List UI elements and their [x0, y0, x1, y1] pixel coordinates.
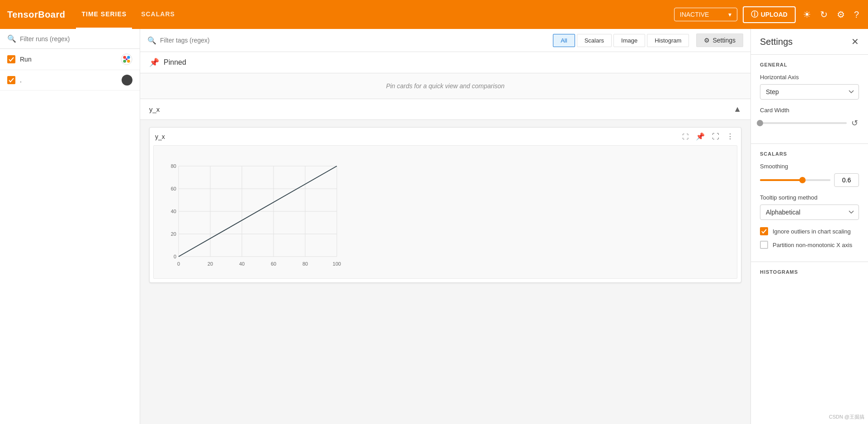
chart-card-header: y_x ⛶ 📌 ⛶ ⋮ — [150, 128, 741, 145]
dropdown-arrow-icon: ▾ — [728, 11, 731, 18]
card-width-row: ↺ — [760, 117, 859, 129]
ignore-outliers-checkbox[interactable] — [760, 227, 768, 235]
ignore-outliers-row[interactable]: Ignore outliers in chart scaling — [760, 227, 859, 235]
svg-text:60: 60 — [171, 186, 176, 191]
main-layout: 🔍 Run — [0, 29, 868, 424]
svg-text:20: 20 — [171, 231, 176, 237]
brightness-icon-button[interactable]: ☀ — [801, 7, 813, 22]
nav-tabs: TIME SERIES SCALARS — [76, 0, 180, 29]
run-checkbox-2[interactable] — [7, 76, 15, 84]
chart-svg: 0 20 40 60 80 0 20 40 60 — [154, 146, 348, 277]
run-item-2: . — [0, 70, 140, 91]
smoothing-label: Smoothing — [760, 163, 859, 170]
svg-point-3 — [123, 60, 126, 63]
filter-tabs: All Scalars Image Histogram — [553, 34, 689, 47]
card-width-label: Card Width — [760, 107, 859, 114]
horizontal-axis-label: Horizontal Axis — [760, 74, 859, 81]
fullscreen-chart-icon-button[interactable]: ⛶ — [710, 132, 721, 142]
tooltip-sorting-field: Tooltip sorting method Alphabetical Asce… — [760, 194, 859, 220]
svg-point-1 — [123, 56, 126, 59]
nav-tab-scalars[interactable]: SCALARS — [136, 0, 180, 29]
expand-chart-icon-button[interactable]: ⛶ — [680, 132, 690, 141]
svg-point-5 — [126, 58, 127, 60]
svg-text:0: 0 — [177, 261, 180, 267]
smoothing-thumb — [799, 177, 806, 183]
search-icon: 🔍 — [7, 34, 16, 43]
tag-section-header-yx[interactable]: y_x ▲ — [140, 99, 750, 120]
smoothing-row: 0.6 — [760, 173, 859, 187]
chart-card-title: y_x — [155, 133, 165, 140]
topnav-right: INACTIVE ▾ ⓘ UPLOAD ☀ ↻ ⚙ ? — [674, 6, 861, 23]
settings-panel-toggle-button[interactable]: ⚙ Settings — [696, 33, 743, 47]
run-checkbox-1[interactable] — [7, 55, 15, 63]
tag-section-title-yx: y_x — [149, 105, 160, 113]
settings-panel: Settings ✕ GENERAL Horizontal Axis Step … — [750, 29, 868, 424]
chart-svg-container: 0 20 40 60 80 0 20 40 60 — [153, 145, 737, 279]
tags-search-icon: 🔍 — [147, 36, 156, 45]
scroll-content: 📌 Pinned Pin cards for a quick view and … — [140, 52, 750, 424]
filter-tab-all[interactable]: All — [553, 34, 575, 47]
settings-close-button[interactable]: ✕ — [851, 36, 859, 47]
refresh-icon-button[interactable]: ↻ — [818, 7, 830, 22]
smoothing-field: Smoothing 0.6 — [760, 163, 859, 187]
horizontal-axis-select[interactable]: Step Relative Wall — [760, 84, 859, 100]
smoothing-fill — [760, 179, 802, 181]
run-item-1: Run — [0, 49, 140, 70]
partition-nonmonotonic-row[interactable]: Partition non-monotonic X axis — [760, 241, 859, 249]
pinned-title: Pinned — [164, 58, 186, 67]
more-options-icon-button[interactable]: ⋮ — [725, 131, 736, 142]
smoothing-slider-container — [760, 176, 830, 185]
svg-text:0: 0 — [174, 254, 176, 259]
svg-text:60: 60 — [271, 261, 276, 267]
filter-tab-scalars[interactable]: Scalars — [577, 34, 612, 47]
upload-info-icon: ⓘ — [751, 10, 758, 19]
runs-search-input[interactable] — [20, 35, 132, 43]
nav-tab-timeseries[interactable]: TIME SERIES — [76, 0, 132, 29]
card-width-field: Card Width ↺ — [760, 107, 859, 129]
tags-search-container: 🔍 — [147, 36, 546, 45]
settings-scalars-section: SCALARS Smoothing 0.6 Tooltip sorting me… — [751, 144, 868, 262]
pin-icon: 📌 — [149, 57, 159, 67]
tooltip-sorting-label: Tooltip sorting method — [760, 194, 859, 201]
upload-button[interactable]: ⓘ UPLOAD — [743, 6, 796, 23]
filter-tab-histogram[interactable]: Histogram — [647, 34, 689, 47]
checkmark-icon — [9, 57, 14, 62]
settings-icon-button[interactable]: ⚙ — [835, 7, 847, 22]
settings-histograms-title: HISTOGRAMS — [760, 269, 859, 275]
status-dropdown[interactable]: INACTIVE ▾ — [674, 8, 737, 21]
partition-nonmonotonic-checkbox[interactable] — [760, 241, 768, 249]
settings-scalars-title: SCALARS — [760, 151, 859, 157]
run-color-dot-2[interactable] — [122, 75, 132, 86]
settings-panel-title: Settings — [760, 37, 793, 47]
settings-general-section: GENERAL Horizontal Axis Step Relative Wa… — [751, 55, 868, 144]
filter-bar: 🔍 All Scalars Image Histogram ⚙ Settings — [140, 29, 750, 52]
run-color-picker-1[interactable] — [121, 53, 132, 65]
svg-text:80: 80 — [302, 261, 308, 267]
brand-logo: TensorBoard — [7, 10, 65, 20]
svg-text:20: 20 — [208, 261, 213, 267]
tooltip-sorting-select[interactable]: Alphabetical Ascending Descending Defaul… — [760, 205, 859, 220]
sidebar: 🔍 Run — [0, 29, 140, 424]
smoothing-value-input[interactable]: 0.6 — [834, 173, 859, 187]
pin-chart-icon-button[interactable]: 📌 — [694, 131, 707, 142]
settings-histograms-section: HISTOGRAMS — [751, 262, 868, 282]
svg-text:100: 100 — [333, 261, 341, 267]
card-width-reset-button[interactable]: ↺ — [850, 117, 859, 129]
help-icon-button[interactable]: ? — [852, 8, 861, 22]
card-width-slider-container — [760, 119, 847, 128]
settings-gear-icon: ⚙ — [704, 37, 710, 44]
ignore-outliers-label: Ignore outliers in chart scaling — [773, 228, 851, 235]
svg-text:40: 40 — [171, 209, 176, 214]
svg-text:80: 80 — [171, 163, 176, 169]
status-value: INACTIVE — [680, 11, 709, 18]
settings-panel-header: Settings ✕ — [751, 29, 868, 55]
svg-point-4 — [127, 60, 130, 63]
runs-list: Run — [0, 49, 140, 424]
tags-search-input[interactable] — [160, 37, 546, 44]
topnav: TensorBoard TIME SERIES SCALARS INACTIVE… — [0, 0, 868, 29]
run-label-2: . — [20, 76, 117, 84]
chart-card-yx: y_x ⛶ 📌 ⛶ ⋮ — [149, 127, 741, 283]
chart-body: 0 20 40 60 80 0 20 40 60 — [150, 145, 741, 282]
pinned-section-header: 📌 Pinned — [140, 52, 750, 73]
filter-tab-image[interactable]: Image — [613, 34, 645, 47]
